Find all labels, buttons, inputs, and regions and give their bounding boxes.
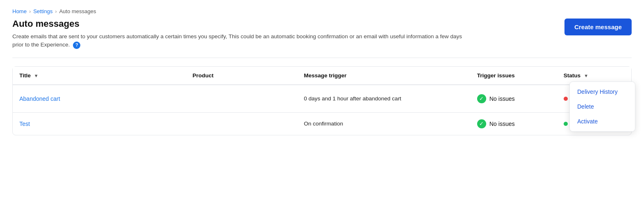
col-header-product: Product [186,67,297,85]
header-left: Auto messages Create emails that are sen… [12,19,564,49]
dropdown-activate[interactable]: Activate [570,114,635,129]
dropdown-delivery-history[interactable]: Delivery History [570,84,635,99]
header-row: Auto messages Create emails that are sen… [12,19,632,49]
row1-status-dot [564,97,568,101]
breadcrumb-settings[interactable]: Settings [33,8,53,14]
row2-check-icon: ✓ [477,119,486,128]
row2-title-link[interactable]: Test [19,121,30,127]
create-message-button[interactable]: Create message [564,19,632,35]
table-body: Abandoned cart 0 days and 1 hour after a… [13,85,631,135]
actions-dropdown-menu: Delivery History Delete Activate [569,81,635,132]
page-title: Auto messages [12,19,564,29]
row2-product-cell [186,112,297,135]
status-sort-arrow: ▼ [584,73,588,78]
row1-title-cell: Abandoned cart [13,85,186,113]
page-description: Create emails that are sent to your cust… [12,33,466,49]
table-header: Title ▼ Product Message trigger Trigger … [13,67,631,85]
section-divider [12,58,632,58]
row1-issues-cell: ✓ No issues [471,85,557,113]
title-sort-arrow: ▼ [34,73,38,78]
col-header-trigger: Message trigger [297,67,470,85]
breadcrumb-current: Auto messages [59,8,96,14]
row1-title-link[interactable]: Abandoned cart [19,95,60,102]
col-header-title[interactable]: Title ▼ [13,67,186,85]
row2-title-cell: Test [13,112,186,135]
table-row: Abandoned cart 0 days and 1 hour after a… [13,85,631,113]
row2-status-dot [564,122,568,126]
row1-issues-text: No issues [489,95,515,102]
row1-product-cell [186,85,297,113]
row2-issues-cell: ✓ No issues [471,112,557,135]
row1-trigger-cell: 0 days and 1 hour after abandoned cart [297,85,470,113]
breadcrumb-sep-1: › [29,9,31,14]
help-icon[interactable]: ? [73,42,80,49]
row2-trigger-cell: On confirmation [297,112,470,135]
page-wrapper: Home › Settings › Auto messages Auto mes… [0,0,644,144]
messages-table-wrapper: Title ▼ Product Message trigger Trigger … [12,66,632,135]
breadcrumb-home[interactable]: Home [12,8,27,14]
row2-issues-text: No issues [489,121,515,127]
row1-check-icon: ✓ [477,94,486,103]
breadcrumb-sep-2: › [55,9,57,14]
messages-table: Title ▼ Product Message trigger Trigger … [13,67,631,135]
breadcrumb: Home › Settings › Auto messages [12,8,632,14]
col-header-issues: Trigger issues [471,67,557,85]
dropdown-delete[interactable]: Delete [570,99,635,114]
table-row: Test On confirmation ✓ No issues [13,112,631,135]
